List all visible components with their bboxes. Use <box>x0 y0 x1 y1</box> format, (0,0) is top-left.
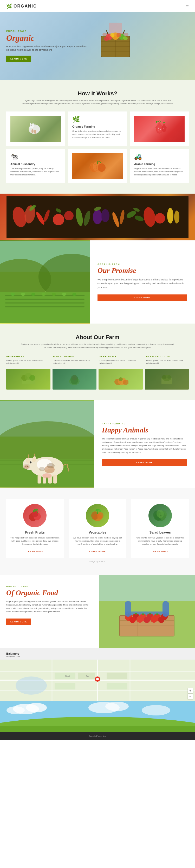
svg-point-45 <box>64 211 74 220</box>
svg-point-147 <box>130 617 136 623</box>
map-zoom-in[interactable]: + <box>188 688 193 693</box>
veggie-items <box>6 196 189 238</box>
svg-point-16 <box>110 33 114 37</box>
map-zoom-out[interactable]: − <box>188 694 193 699</box>
about-img-3 <box>99 369 143 390</box>
about-img-4 <box>145 369 189 390</box>
svg-point-81 <box>29 375 35 381</box>
how-card-pumpkins <box>68 149 127 183</box>
about-col-products: FARM PRODUCTS Lorem ipsum dolor sit amet… <box>146 355 189 365</box>
svg-point-84 <box>72 375 77 380</box>
happy-left-image <box>0 400 94 488</box>
svg-point-72 <box>21 292 25 296</box>
svg-rect-0 <box>109 23 122 33</box>
product-link-vegetables[interactable]: LEARN MORE <box>89 550 106 553</box>
svg-point-117 <box>43 473 52 479</box>
svg-point-24 <box>30 123 31 126</box>
svg-point-112 <box>30 462 31 463</box>
sheep-image <box>10 116 61 142</box>
hero-cta-button[interactable]: LEARN MORE <box>6 56 31 62</box>
promise-cta-button[interactable]: LEARN MORE <box>98 294 187 301</box>
how-description: Organic agriculture, which is governed b… <box>20 99 175 105</box>
about-col-flex-desc: Lorem ipsum dolor sit amet, consectetur … <box>100 359 142 365</box>
svg-point-148 <box>137 616 143 623</box>
how-card-arable-farming: 🚜 Arable Farming Organic foods often hav… <box>130 149 189 183</box>
svg-point-92 <box>167 375 171 379</box>
happy-right-content: HAPPY FARMING Happy Animals The idea tha… <box>94 400 195 488</box>
product-desc-fruits: This recipe is fresh, seasonal produce i… <box>10 536 59 546</box>
logo-text: ORGANIC <box>13 4 37 8</box>
product-title-salad: Salad Leaves <box>136 530 185 534</box>
hero-basket-image <box>89 20 141 72</box>
svg-point-149 <box>144 617 150 623</box>
menu-icon[interactable]: ≡ <box>186 3 189 9</box>
svg-point-56 <box>167 208 173 223</box>
svg-point-150 <box>150 616 157 623</box>
promise-title: Our Promise <box>98 267 187 275</box>
svg-point-91 <box>162 375 166 379</box>
svg-rect-168 <box>55 683 75 689</box>
about-col-flex-title: FLEXIBILITY <box>100 355 142 358</box>
svg-point-28 <box>158 128 159 129</box>
svg-point-57 <box>174 211 179 223</box>
organic-left-content: ORGANIC FARM Of Organic Food Organic pri… <box>0 575 99 648</box>
svg-point-110 <box>27 466 28 467</box>
map-header: Baltimore Maryland, USA <box>0 648 195 659</box>
organic-farming-title: Organic Farming <box>72 125 123 128</box>
happy-description: The idea that happier animals produce hi… <box>102 437 187 454</box>
svg-rect-157 <box>125 601 131 617</box>
map-visual: Street Ave + − <box>0 659 195 701</box>
about-images <box>6 369 189 390</box>
about-description: Today, at our second generation family f… <box>20 343 175 349</box>
animal-husbandry-desc: The animal production system, may be bro… <box>10 167 61 177</box>
svg-rect-69 <box>5 303 85 304</box>
svg-point-173 <box>96 678 99 680</box>
svg-rect-134 <box>99 575 195 601</box>
svg-rect-70 <box>5 306 85 307</box>
about-col-prod-title: FARM PRODUCTS <box>146 355 189 358</box>
map-city: Baltimore <box>6 652 189 655</box>
svg-point-74 <box>41 292 46 296</box>
svg-point-182 <box>142 705 170 715</box>
promise-section: ORGANIC FARM Our Promise We bring the se… <box>0 240 195 323</box>
svg-point-181 <box>105 702 129 711</box>
promise-subtitle: ORGANIC FARM <box>98 263 187 265</box>
about-col-how: HOW IT WORKS Lorem ipsum dolor sit amet,… <box>53 355 96 365</box>
product-circle-salad <box>148 504 172 527</box>
products-grid: Fresh Fruits This recipe is fresh, seaso… <box>6 499 189 558</box>
svg-point-20 <box>31 129 33 133</box>
svg-point-29 <box>160 129 161 130</box>
header: 🌿 ORGANIC ≡ <box>0 0 195 12</box>
svg-rect-170 <box>107 683 128 689</box>
svg-point-17 <box>116 33 121 37</box>
organic-title: Of Organic Food <box>6 589 92 597</box>
product-desc-salad: One way to motivate yourself to eat more… <box>136 536 185 546</box>
happy-cta-button[interactable]: LEARN MORE <box>102 459 187 466</box>
product-link-salad[interactable]: LEARN MORE <box>152 550 168 553</box>
footer: Sample Footer text <box>0 732 195 740</box>
veggie-banner <box>0 194 195 240</box>
svg-point-171 <box>16 677 47 695</box>
how-card-sheep <box>6 112 65 146</box>
svg-rect-66 <box>0 292 90 323</box>
nature-section <box>0 701 195 732</box>
svg-point-178 <box>26 703 47 712</box>
pumpkins-image <box>72 153 123 179</box>
svg-point-76 <box>62 292 66 296</box>
svg-point-73 <box>31 292 35 296</box>
hero-subtitle: FRESH FOOD <box>6 30 89 32</box>
svg-text:Street: Street <box>65 675 70 677</box>
product-title-fruits: Fresh Fruits <box>10 530 59 534</box>
organic-cta-button[interactable]: LEARN MORE <box>6 619 31 625</box>
product-desc-vegetables: We have all been listening to our mother… <box>73 536 122 546</box>
product-card-salad: Salad Leaves One way to motivate yoursel… <box>131 499 189 558</box>
arable-farming-desc: Organic foods often have more beneficial… <box>134 167 185 177</box>
how-card-organic-farming: 🌿 Organic Farming Organic farming practi… <box>68 112 127 146</box>
svg-point-116 <box>39 467 45 471</box>
product-link-fruits[interactable]: LEARN MORE <box>27 550 43 553</box>
hero-description: How your food is grown or raised can hav… <box>6 45 89 52</box>
leaf-icon: 🌿 <box>6 3 12 9</box>
about-col-prod-desc: Lorem ipsum dolor sit amet, consectetur … <box>146 359 189 365</box>
freepik-credit: Image by Freepik <box>6 558 189 565</box>
map-section: Baltimore Maryland, USA <box>0 648 195 701</box>
